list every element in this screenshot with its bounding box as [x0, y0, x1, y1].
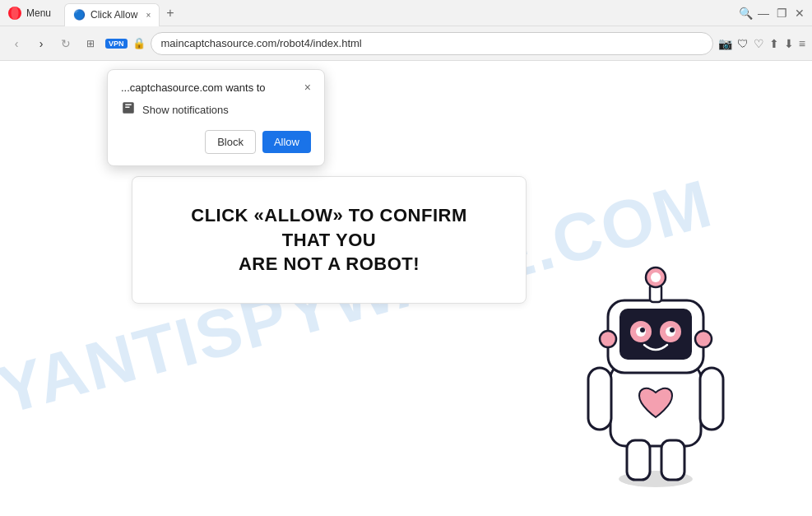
forward-button[interactable]: › — [31, 34, 51, 53]
message-line1: CLICK «ALLOW» TO CONFIRM THAT YOU — [191, 205, 466, 250]
main-content: MYANTISPYWARE.COM ...captchasource.com w… — [0, 61, 812, 516]
svg-rect-7 — [661, 440, 684, 480]
svg-point-1 — [12, 7, 19, 20]
notification-icon — [121, 100, 136, 119]
tab-bar: 🔵 Click Allow × + — [64, 0, 740, 26]
svg-rect-5 — [700, 368, 723, 430]
popup-actions: Block Allow — [121, 130, 311, 154]
robot-svg — [565, 244, 746, 491]
popup-close-button[interactable]: × — [304, 81, 311, 93]
svg-rect-10 — [619, 309, 692, 360]
popup-permission: Show notifications — [121, 100, 311, 119]
new-tab-button[interactable]: + — [166, 6, 174, 21]
shield-icon[interactable]: 🛡 — [737, 37, 749, 50]
robot-illustration — [565, 244, 746, 491]
tab-favicon-icon: 🔵 — [73, 9, 86, 21]
maximize-button[interactable]: ❐ — [776, 7, 787, 19]
popup-title: ...captchasource.com wants to — [121, 81, 266, 94]
svg-point-21 — [695, 331, 712, 347]
svg-point-19 — [651, 272, 661, 282]
menu-label[interactable]: Menu — [26, 7, 51, 19]
url-text: maincaptchasource.com/robot4/index.html — [161, 37, 362, 49]
popup-header: ...captchasource.com wants to × — [121, 81, 311, 94]
allow-button[interactable]: Allow — [262, 131, 311, 153]
opera-logo-icon — [7, 5, 23, 21]
page-message-box: CLICK «ALLOW» TO CONFIRM THAT YOU ARE NO… — [132, 176, 527, 304]
titlebar: Menu 🔵 Click Allow × + 🔍 — ❐ ✕ — [0, 0, 812, 26]
svg-point-16 — [670, 328, 675, 332]
tab-title: Click Allow — [90, 9, 137, 21]
reload-button[interactable]: ↻ — [56, 34, 76, 53]
svg-rect-4 — [588, 368, 611, 430]
close-window-button[interactable]: ✕ — [794, 7, 805, 19]
svg-rect-6 — [627, 440, 650, 480]
permission-label: Show notifications — [142, 104, 229, 116]
active-tab[interactable]: 🔵 Click Allow × — [64, 3, 160, 26]
addressbar-actions: 📷 🛡 ♡ ⬆ ⬇ ≡ — [718, 37, 805, 50]
page-message-text: CLICK «ALLOW» TO CONFIRM THAT YOU ARE NO… — [165, 203, 493, 277]
heart-icon[interactable]: ♡ — [754, 37, 764, 50]
minimize-button[interactable]: — — [758, 7, 769, 19]
lock-icon: 🔒 — [132, 37, 146, 49]
vpn-badge[interactable]: VPN — [105, 39, 128, 49]
grid-button[interactable]: ⊞ — [81, 34, 100, 53]
message-line2: ARE NOT A ROBOT! — [239, 253, 420, 274]
svg-point-20 — [600, 331, 616, 347]
search-icon[interactable]: 🔍 — [740, 7, 751, 19]
addressbar: ‹ › ↻ ⊞ VPN 🔒 maincaptchasource.com/robo… — [0, 26, 812, 61]
tab-close-button[interactable]: × — [146, 11, 151, 20]
download-icon[interactable]: ⬇ — [784, 37, 794, 50]
notification-popup: ...captchasource.com wants to × Show not… — [107, 69, 325, 166]
camera-icon[interactable]: 📷 — [718, 37, 732, 50]
block-button[interactable]: Block — [205, 130, 256, 154]
titlebar-controls: 🔍 — ❐ ✕ — [740, 7, 805, 19]
back-button[interactable]: ‹ — [7, 34, 26, 53]
url-bar[interactable]: maincaptchasource.com/robot4/index.html — [151, 32, 713, 55]
svg-point-15 — [640, 328, 645, 332]
browser-menu-icon[interactable]: ≡ — [799, 37, 805, 50]
share-icon[interactable]: ⬆ — [769, 37, 779, 50]
